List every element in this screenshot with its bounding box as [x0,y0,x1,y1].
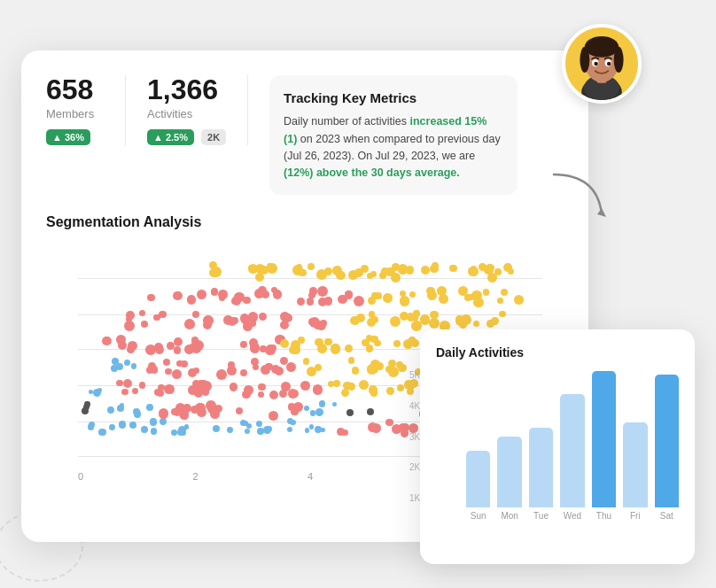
scatter-dot [307,263,315,270]
scatter-dot [126,311,135,320]
scatter-dot [218,290,227,298]
scatter-dot [385,419,393,426]
bar-day-label: Thu [596,511,611,521]
scatter-dot [319,400,325,406]
activities-badges: ▲ 2.5% 2K [147,129,226,145]
scatter-dot [139,382,146,389]
scatter-dot [192,311,199,318]
scatter-dot [430,311,438,319]
scatter-dot [159,311,167,319]
members-metric: 658 Members ▲ 36% [46,75,126,145]
scatter-dot [174,337,183,346]
scatter-dot [390,316,401,327]
scatter-dot [184,319,195,329]
scatter-dot [367,318,376,327]
scatter-dot [328,381,334,387]
y-axis-label: 5K [409,370,420,380]
scatter-dot [484,266,493,275]
scatter-dot [174,346,182,354]
bar-column: Fri [623,422,647,521]
scatter-dot [304,406,309,411]
scatter-dot [406,266,414,274]
scatter-dot [305,428,310,433]
bar-day-label: Sun [471,511,486,521]
scatter-dot [139,310,145,316]
scatter-dot [483,289,489,295]
scatter-dot [368,422,377,432]
scatter-dot [151,428,158,435]
scatter-dot [268,411,278,421]
scatter-dot [236,407,243,414]
scatter-dot [332,402,337,406]
scatter-dot [245,429,251,435]
scatter-dot [228,317,237,326]
scatter-dot [291,340,300,350]
scatter-dot [216,369,227,380]
scatter-dot [256,421,262,427]
scatter-dot [473,298,484,308]
scatter-dot [370,271,377,277]
scatter-dot [102,337,112,346]
scatter-dot [197,290,206,299]
scatter-dot [420,314,431,325]
scatter-dot [337,428,345,436]
scatter-dot [459,321,467,329]
metrics-row: 658 Members ▲ 36% 1,366 Activities ▲ 2.5… [46,75,564,195]
scatter-dot [288,403,296,411]
scatter-dot [124,360,130,366]
scatter-dot [348,357,355,364]
bar-day-label: Fri [630,511,641,521]
curved-arrow [544,166,615,240]
scatter-dot [501,289,508,296]
scatter-dot [385,267,395,277]
scatter-dot [292,265,303,275]
scatter-dot [317,286,328,297]
scatter-dot [343,382,352,391]
scatter-dot [369,311,375,317]
members-badges: ▲ 36% [46,129,104,145]
scatter-dot [341,389,349,397]
activities-value: 1,366 [147,75,226,104]
scatter-dot [164,384,175,395]
scatter-dot [258,286,267,295]
scatter-dot [141,426,148,433]
scatter-dot [345,344,353,352]
scatter-dot [288,389,298,398]
scatter-dot [286,362,296,372]
scatter-dot [352,367,360,375]
tracking-title: Tracking Key Metrics [284,88,503,108]
scatter-dot [307,298,314,305]
bar [655,375,679,507]
segmentation-title: Segmentation Analysis [46,214,564,230]
scatter-dot [313,384,323,394]
scatter-dot [171,429,177,436]
scatter-dot [399,423,407,431]
scatter-dot [248,312,258,321]
scatter-dot [184,424,190,429]
scatter-dot [240,341,247,348]
daily-card: Daily Activities 5K4K3K2K1K SunMonTueWed… [420,329,695,564]
svg-point-5 [585,36,619,58]
tracking-text2: on 2023 when compared to previous day (J… [284,133,501,162]
bar [592,371,616,507]
scatter-dot [116,363,123,370]
scatter-dot [315,426,322,433]
activities-badge2: 2K [201,129,226,145]
svg-marker-12 [597,208,606,217]
activities-metric: 1,366 Activities ▲ 2.5% 2K [147,75,248,145]
bar-column: Tue [529,428,553,521]
scatter-dot [315,408,323,416]
scatter-dot [315,338,323,346]
scatter-dot [309,287,318,296]
scatter-dot [486,320,494,328]
members-badge: ▲ 36% [46,129,90,145]
scatter-dot [354,296,364,306]
scatter-dot [172,369,182,379]
scatter-dot [267,263,277,274]
scatter-dot [421,266,430,275]
svg-point-6 [580,47,589,73]
tracking-text1: Daily number of activities [284,115,409,128]
y-axis-label: 2K [409,462,420,472]
scatter-dot [257,428,264,435]
y-axis-label: 1K [409,493,420,503]
